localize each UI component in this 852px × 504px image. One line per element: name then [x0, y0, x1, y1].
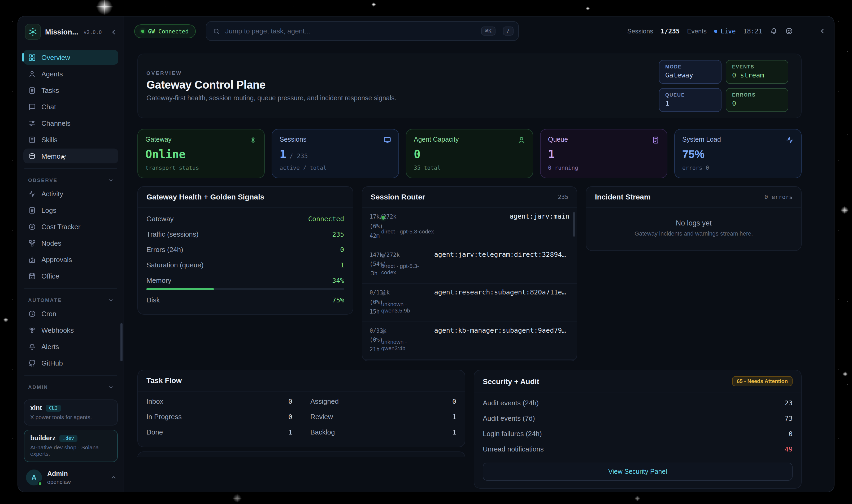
badge-value: 0 stream — [732, 71, 782, 79]
stat-card-gateway[interactable]: Gateway Online transport status — [138, 129, 265, 178]
health-row: Disk 75% — [146, 292, 344, 308]
approvals-check-icon — [28, 255, 36, 264]
sidebar-section-observe[interactable]: OBSERVE — [23, 174, 118, 185]
sidebar-divider — [24, 288, 117, 289]
sidebar-section-automate[interactable]: AUTOMATE — [23, 293, 118, 305]
sidebar-item-security[interactable]: Security — [23, 393, 118, 395]
chevron-left-icon — [110, 29, 117, 35]
stat-sub: transport status — [145, 164, 257, 171]
badge-value: 0 — [732, 99, 782, 107]
kbd-cmdk: ⌘K — [482, 26, 495, 36]
session-row[interactable]: agent:research:subagent:820a711e-db5b-4e… — [362, 284, 577, 322]
view-security-panel-button[interactable]: View Security Panel — [483, 463, 793, 481]
sidebar-item-tasks[interactable]: Tasks — [23, 83, 118, 97]
sidebar-section-admin[interactable]: ADMIN — [23, 380, 118, 392]
grid-icon — [28, 53, 36, 61]
sidebar-item-logs[interactable]: Logs — [23, 203, 118, 217]
live-indicator[interactable]: Live — [714, 27, 736, 35]
sidebar-item-skills[interactable]: Skills — [23, 132, 118, 147]
session-age: 3h — [371, 270, 378, 276]
sidebar-item-office[interactable]: Office — [23, 268, 118, 283]
stat-card-agent-capacity[interactable]: Agent Capacity 0 35 total — [406, 129, 533, 178]
sidebar-scrollbar[interactable] — [121, 323, 123, 361]
sidebar-nav: Overview Agents Tasks Chat Channels — [18, 47, 124, 395]
bell-icon — [28, 342, 36, 350]
session-count: 235 — [558, 193, 568, 200]
smiley-icon — [785, 27, 793, 35]
health-row: Traffic (sessions) 235 — [146, 227, 344, 242]
app-window: Mission... v2.0.0 Overview Agents Tasks — [18, 16, 834, 492]
health-row-memory: Memory 34% — [146, 273, 344, 287]
page-title: Gateway Control Plane — [146, 78, 396, 91]
promo-card-builderz[interactable]: builderz .dev AI-native dev shop · Solan… — [24, 430, 118, 462]
sidebar-item-cron[interactable]: Cron — [23, 306, 118, 321]
sidebar-item-chat[interactable]: Chat — [23, 99, 118, 114]
stat-title: Sessions — [279, 136, 391, 143]
stat-card-sessions[interactable]: Sessions 1 / 235 active / total — [272, 129, 399, 178]
hero-badges: MODE Gateway EVENTS 0 stream QUEUE 1 E — [659, 60, 788, 112]
activity-icon — [786, 136, 794, 144]
topbar: GW Connected Jump to page, task, agent..… — [124, 16, 834, 46]
promo-description: X power tools for agents. — [30, 414, 111, 420]
session-list-scrollbar[interactable] — [573, 212, 575, 237]
session-row[interactable]: agent:jarv:main 17k/272k (6%)42m direct … — [362, 208, 577, 246]
stat-sub: 0 running — [548, 164, 659, 171]
taskflow-row: Done 1 — [146, 425, 292, 440]
badge-label: QUEUE — [665, 92, 715, 97]
sidebar-collapse-button[interactable] — [110, 29, 117, 35]
section-header-label: AUTOMATE — [28, 297, 62, 303]
session-name: agent:jarv:telegram:direct:328940762 — [434, 250, 569, 261]
stat-card-queue[interactable]: Queue 1 0 running — [540, 129, 667, 178]
right-panel-collapse-button[interactable] — [811, 28, 834, 35]
panel-title: Session Router — [370, 193, 425, 201]
sidebar-item-overview[interactable]: Overview — [23, 50, 118, 65]
sidebar-item-cost-tracker[interactable]: Cost Tracker — [23, 219, 118, 234]
github-icon — [28, 359, 36, 367]
session-row[interactable]: agent:ops:subagent:152d2061-e074-41fb-8e… — [362, 360, 577, 361]
notifications-bell-button[interactable] — [770, 27, 778, 35]
row-label: Audit events (24h) — [483, 399, 539, 407]
sidebar-item-activity[interactable]: Activity — [23, 186, 118, 201]
panels-row: Gateway Health + Golden Signals Gateway … — [138, 186, 802, 361]
kbd-slash: / — [503, 26, 513, 36]
sidebar-item-nodes[interactable]: Nodes — [23, 236, 118, 250]
sidebar-item-webhooks[interactable]: Webhooks — [23, 323, 118, 337]
row-value: 75% — [332, 296, 344, 304]
feedback-smiley-button[interactable] — [785, 27, 793, 35]
stat-card-system-load[interactable]: System Load 75% errors 0 — [674, 129, 802, 178]
sidebar-item-approvals[interactable]: Approvals — [23, 252, 118, 267]
session-age: 21h — [369, 346, 380, 353]
star-sparkle — [3, 317, 8, 323]
session-row[interactable]: agent:kb-manager:subagent:9aed797e-723f-… — [362, 322, 577, 360]
file-text-icon — [28, 206, 36, 214]
stat-value: 0 — [414, 148, 525, 161]
session-row[interactable]: agent:jarv:telegram:direct:328940762 147… — [362, 246, 577, 284]
sidebar-item-label: Overview — [41, 53, 70, 61]
row-label: Memory — [146, 276, 171, 284]
global-search-input[interactable]: Jump to page, task, agent... ⌘K / — [205, 21, 519, 41]
security-row: Login failures (24h) 0 — [483, 426, 793, 442]
sidebar-item-alerts[interactable]: Alerts — [23, 339, 118, 354]
row-value: 23 — [785, 399, 793, 407]
sidebar-item-channels[interactable]: Channels — [23, 116, 118, 130]
bell-icon — [770, 27, 778, 35]
promo-description: AI-native dev shop · Solana experts. — [30, 444, 111, 457]
sidebar-item-github[interactable]: GitHub — [23, 356, 118, 370]
row-value: 0 — [340, 246, 344, 254]
promo-title: xint — [30, 404, 42, 412]
row-value: 49 — [785, 445, 793, 453]
sidebar-item-agents[interactable]: Agents — [23, 66, 118, 81]
sidebar-item-memory[interactable]: Memory — [23, 148, 118, 163]
events-badge: EVENTS 0 stream — [726, 60, 788, 84]
row-label: Traffic (sessions) — [146, 230, 199, 238]
user-menu[interactable]: A Admin openclaw — [24, 466, 118, 486]
promo-card-xint[interactable]: xint CLI X power tools for agents. — [24, 399, 118, 426]
row-value: 0 — [788, 430, 793, 438]
sliders-icon — [28, 119, 36, 127]
chevron-down-icon — [108, 384, 113, 390]
sidebar-item-label: Logs — [41, 206, 56, 214]
row-value: 1 — [452, 413, 456, 421]
row-value: 1 — [340, 261, 344, 269]
live-dot — [714, 30, 717, 33]
session-router-panel: Session Router 235 agent:jarv:main 17k/2… — [362, 186, 577, 361]
